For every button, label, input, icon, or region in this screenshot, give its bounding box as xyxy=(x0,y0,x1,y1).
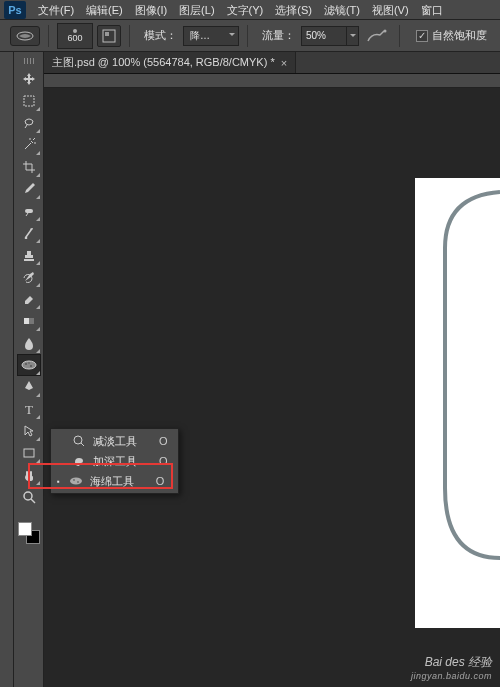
menu-select[interactable]: 选择(S) xyxy=(269,0,318,20)
svg-rect-13 xyxy=(24,449,34,457)
burn-icon xyxy=(71,454,87,468)
svg-rect-7 xyxy=(24,318,29,324)
menu-filter[interactable]: 滤镜(T) xyxy=(318,0,366,20)
document-tab[interactable]: 主图.psd @ 100% (5564784, RGB/8/CMYK) * × xyxy=(44,52,296,73)
menu-layer[interactable]: 图层(L) xyxy=(173,0,220,20)
menu-view[interactable]: 视图(V) xyxy=(366,0,415,20)
type-tool[interactable]: T xyxy=(17,398,41,420)
svg-text:T: T xyxy=(25,402,33,416)
mode-label: 模式： xyxy=(144,28,177,43)
svg-rect-4 xyxy=(24,96,34,106)
menu-image[interactable]: 图像(I) xyxy=(129,0,173,20)
svg-point-3 xyxy=(384,29,387,32)
stamp-tool[interactable] xyxy=(17,244,41,266)
flyout-label: 加深工具 xyxy=(93,454,149,469)
flyout-shortcut: O xyxy=(156,475,165,487)
rectangle-tool[interactable] xyxy=(17,442,41,464)
flow-label: 流量： xyxy=(262,28,295,43)
ruler-horizontal[interactable] xyxy=(44,74,500,88)
svg-point-11 xyxy=(28,362,30,364)
close-tab-icon[interactable]: × xyxy=(281,57,287,69)
menu-bar: Ps 文件(F) 编辑(E) 图像(I) 图层(L) 文字(Y) 选择(S) 滤… xyxy=(0,0,500,20)
artboard xyxy=(415,178,500,628)
svg-point-15 xyxy=(74,436,82,444)
flyout-item-sponge[interactable]: 海绵工具 O xyxy=(51,471,178,491)
svg-point-17 xyxy=(73,479,75,481)
tool-preset-icon[interactable] xyxy=(10,26,40,46)
flyout-item-dodge[interactable]: 减淡工具 O xyxy=(51,431,178,451)
brush-tool[interactable] xyxy=(17,222,41,244)
foreground-color-swatch[interactable] xyxy=(18,522,32,536)
menu-edit[interactable]: 编辑(E) xyxy=(80,0,129,20)
crop-tool[interactable] xyxy=(17,156,41,178)
history-brush-tool[interactable] xyxy=(17,266,41,288)
vibrance-label: 自然饱和度 xyxy=(432,28,487,43)
flyout-label: 减淡工具 xyxy=(93,434,149,449)
healing-brush-tool[interactable] xyxy=(17,200,41,222)
pen-tool[interactable] xyxy=(17,376,41,398)
svg-point-14 xyxy=(24,492,32,500)
path-selection-tool[interactable] xyxy=(17,420,41,442)
menu-window[interactable]: 窗口 xyxy=(415,0,449,20)
toolbar: T xyxy=(14,52,44,687)
brush-size-value: 600 xyxy=(67,34,82,43)
toolbar-grip-icon[interactable] xyxy=(19,58,39,64)
flyout-shortcut: O xyxy=(159,455,168,467)
move-tool[interactable] xyxy=(17,68,41,90)
dodge-icon xyxy=(71,434,87,448)
svg-point-16 xyxy=(70,478,82,485)
document-title: 主图.psd @ 100% (5564784, RGB/8/CMYK) * xyxy=(52,55,275,70)
sponge-icon xyxy=(68,476,84,486)
flyout-label: 海绵工具 xyxy=(90,474,146,489)
canvas-area: 主图.psd @ 100% (5564784, RGB/8/CMYK) * × xyxy=(44,52,500,687)
menu-type[interactable]: 文字(Y) xyxy=(221,0,270,20)
brush-panel-toggle-icon[interactable] xyxy=(97,25,121,47)
svg-point-18 xyxy=(77,481,79,483)
app-logo-icon: Ps xyxy=(4,1,26,19)
color-swatches[interactable] xyxy=(16,520,42,546)
blur-tool[interactable] xyxy=(17,332,41,354)
hand-tool[interactable] xyxy=(17,464,41,486)
options-bar: 600 模式： 降… 流量： 50% ✓ 自然饱和度 xyxy=(0,20,500,52)
canvas[interactable] xyxy=(44,88,500,687)
gradient-tool[interactable] xyxy=(17,310,41,332)
brush-size-selector[interactable]: 600 xyxy=(57,23,93,49)
checkbox-icon: ✓ xyxy=(416,30,428,42)
marquee-tool[interactable] xyxy=(17,90,41,112)
sponge-tool[interactable] xyxy=(17,354,41,376)
flow-value: 50% xyxy=(306,30,326,41)
airbrush-icon[interactable] xyxy=(363,26,391,46)
vibrance-checkbox[interactable]: ✓ 自然饱和度 xyxy=(416,28,487,43)
tool-flyout-menu: 减淡工具 O 加深工具 O 海绵工具 O xyxy=(50,428,179,494)
eraser-tool[interactable] xyxy=(17,288,41,310)
ruler-vertical[interactable] xyxy=(0,52,14,687)
menu-file[interactable]: 文件(F) xyxy=(32,0,80,20)
mode-value: 降… xyxy=(190,29,210,43)
mode-dropdown[interactable]: 降… xyxy=(183,26,239,46)
svg-rect-2 xyxy=(105,32,109,36)
zoom-tool[interactable] xyxy=(17,486,41,508)
flow-input[interactable]: 50% xyxy=(301,26,359,46)
lasso-tool[interactable] xyxy=(17,112,41,134)
eyedropper-tool[interactable] xyxy=(17,178,41,200)
document-tab-bar: 主图.psd @ 100% (5564784, RGB/8/CMYK) * × xyxy=(44,52,500,74)
svg-point-10 xyxy=(30,365,32,367)
svg-point-9 xyxy=(25,363,27,365)
flyout-shortcut: O xyxy=(159,435,168,447)
workspace: T 主图.psd @ 100% (5564784, RGB/8/CMYK) * … xyxy=(0,52,500,687)
svg-rect-5 xyxy=(25,209,33,213)
flyout-item-burn[interactable]: 加深工具 O xyxy=(51,451,178,471)
magic-wand-tool[interactable] xyxy=(17,134,41,156)
flow-dropdown-arrow-icon[interactable] xyxy=(347,26,359,46)
